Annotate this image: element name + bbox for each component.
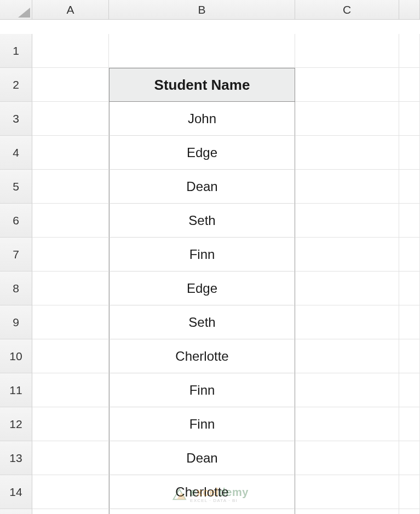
cell-a13[interactable] [32, 441, 109, 475]
column-header-b[interactable]: B [109, 0, 295, 20]
cell-b6[interactable]: Seth [109, 204, 295, 238]
cell-c4[interactable] [295, 136, 399, 170]
column-header-d[interactable] [399, 0, 420, 20]
cell-a15[interactable] [32, 509, 109, 514]
row-header-13[interactable]: 13 [0, 441, 32, 475]
row-header-11[interactable]: 11 [0, 373, 32, 407]
cell-d11[interactable] [399, 373, 420, 407]
cell-b10[interactable]: Cherlotte [109, 339, 295, 373]
row-header-1[interactable]: 1 [0, 34, 32, 68]
row-header-3[interactable]: 3 [0, 102, 32, 136]
cell-a1[interactable] [32, 34, 109, 68]
cell-b4[interactable]: Edge [109, 136, 295, 170]
cell-d10[interactable] [399, 339, 420, 373]
cell-a6[interactable] [32, 204, 109, 238]
row-header-5[interactable]: 5 [0, 170, 32, 204]
row-header-7[interactable]: 7 [0, 238, 32, 272]
cell-c10[interactable] [295, 339, 399, 373]
cell-c1[interactable] [295, 34, 399, 68]
cell-d5[interactable] [399, 170, 420, 204]
cell-c11[interactable] [295, 373, 399, 407]
cell-c15[interactable] [295, 509, 399, 514]
cell-d9[interactable] [399, 305, 420, 339]
cell-b15[interactable]: John [109, 509, 295, 514]
row-header-9[interactable]: 9 [0, 305, 32, 339]
cell-a8[interactable] [32, 272, 109, 305]
table-header-cell[interactable]: Student Name [109, 68, 295, 102]
cell-d14[interactable] [399, 475, 420, 509]
cell-a5[interactable] [32, 170, 109, 204]
cell-c3[interactable] [295, 102, 399, 136]
cell-d1[interactable] [399, 34, 420, 68]
cell-b3[interactable]: John [109, 102, 295, 136]
cell-a2[interactable] [32, 68, 109, 102]
cell-b1[interactable] [109, 34, 295, 68]
select-all-corner[interactable] [0, 0, 32, 20]
cell-b5[interactable]: Dean [109, 170, 295, 204]
cell-a12[interactable] [32, 407, 109, 441]
row-header-6[interactable]: 6 [0, 204, 32, 238]
cell-d3[interactable] [399, 102, 420, 136]
cell-a9[interactable] [32, 305, 109, 339]
row-header-15[interactable]: 15 [0, 509, 32, 514]
cell-c6[interactable] [295, 204, 399, 238]
cell-a11[interactable] [32, 373, 109, 407]
cell-c5[interactable] [295, 170, 399, 204]
cell-b13[interactable]: Dean [109, 441, 295, 475]
cell-a10[interactable] [32, 339, 109, 373]
cell-d8[interactable] [399, 272, 420, 305]
cell-a3[interactable] [32, 102, 109, 136]
cell-b14[interactable]: Cherlotte [109, 475, 295, 509]
cell-b9[interactable]: Seth [109, 305, 295, 339]
row-header-4[interactable]: 4 [0, 136, 32, 170]
cell-d15[interactable] [399, 509, 420, 514]
cell-b8[interactable]: Edge [109, 272, 295, 305]
cell-d6[interactable] [399, 204, 420, 238]
cell-a7[interactable] [32, 238, 109, 272]
cell-d13[interactable] [399, 441, 420, 475]
cell-d12[interactable] [399, 407, 420, 441]
row-header-10[interactable]: 10 [0, 339, 32, 373]
cell-b7[interactable]: Finn [109, 238, 295, 272]
row-header-8[interactable]: 8 [0, 272, 32, 305]
spreadsheet-grid: A B C 1 2 Student Name 3 John 4 Edge 5 D… [0, 0, 420, 514]
row-header-2[interactable]: 2 [0, 68, 32, 102]
cell-c9[interactable] [295, 305, 399, 339]
cell-b12[interactable]: Finn [109, 407, 295, 441]
cell-c8[interactable] [295, 272, 399, 305]
cell-c2[interactable] [295, 68, 399, 102]
row-header-14[interactable]: 14 [0, 475, 32, 509]
row-header-12[interactable]: 12 [0, 407, 32, 441]
cell-a4[interactable] [32, 136, 109, 170]
cell-c12[interactable] [295, 407, 399, 441]
cell-d7[interactable] [399, 238, 420, 272]
cell-c14[interactable] [295, 475, 399, 509]
cell-a14[interactable] [32, 475, 109, 509]
column-header-a[interactable]: A [32, 0, 109, 20]
cell-c7[interactable] [295, 238, 399, 272]
column-header-c[interactable]: C [295, 0, 399, 20]
cell-b11[interactable]: Finn [109, 373, 295, 407]
cell-d4[interactable] [399, 136, 420, 170]
cell-c13[interactable] [295, 441, 399, 475]
cell-d2[interactable] [399, 68, 420, 102]
